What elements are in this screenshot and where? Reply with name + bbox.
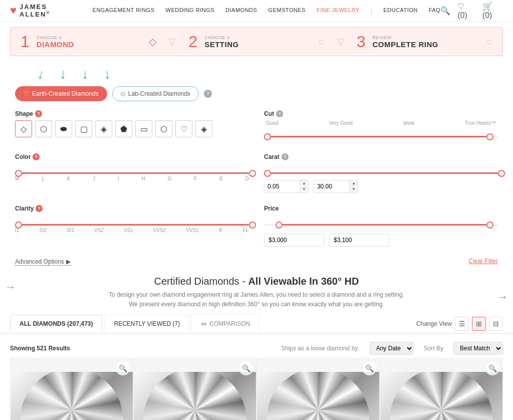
clarity-help-icon[interactable]: ?: [36, 205, 43, 212]
shape-heart[interactable]: ♡: [175, 120, 192, 137]
lab-diamond-btn[interactable]: ◇ Lab-Created Diamonds: [112, 86, 199, 101]
view-list-btn[interactable]: ☰: [455, 317, 469, 331]
nav-links: ENGAGEMENT RINGS WEDDING RINGS DIAMONDS …: [93, 7, 441, 15]
carat-max-down[interactable]: ▼: [350, 186, 358, 192]
nav-link-gemstones[interactable]: GEMSTONES: [268, 7, 306, 15]
step-2-setting[interactable]: 2 CHOOSE A SETTING ○: [178, 28, 334, 56]
shape-marquise[interactable]: ⬡: [155, 120, 172, 137]
diamond-illustration-3: [257, 372, 379, 420]
diamond-type-help-icon[interactable]: ?: [204, 90, 212, 98]
step-3-labels: REVIEW COMPLETE RING: [372, 35, 438, 49]
diamond-illustration-2: [134, 372, 256, 420]
ships-select[interactable]: Any Date: [370, 342, 414, 355]
logo[interactable]: ♥ JAMES ALLEN®: [10, 3, 78, 18]
step-1-number: 1: [21, 34, 30, 50]
main-heading-area: → → Certified Diamonds - All Viewable In…: [0, 276, 513, 309]
change-view: Change View ☰ ⊞ ⊟: [416, 317, 503, 331]
nav-link-faq[interactable]: FAQ: [429, 7, 441, 15]
earth-diamond-btn[interactable]: ♡ Earth-Created Diamonds: [15, 86, 107, 101]
filter-area: ↓ ↓ ↓ ↓ ♡ Earth-Created Diamonds ◇ Lab-C…: [0, 61, 513, 266]
price-slider[interactable]: [264, 215, 498, 230]
carat-filter: Carat ? ▲ ▼: [264, 153, 498, 193]
step-1-main: DIAMOND: [37, 40, 74, 49]
step-2-sub: CHOOSE A: [204, 35, 239, 40]
carat-max-input[interactable]: [314, 181, 349, 192]
tab-recently-viewed[interactable]: RECENTLY VIEWED (7): [104, 315, 189, 332]
shape-row: ◇ ⬡ ⬬ ▢ ◈ ⬟ ▭ ⬡ ♡ ◈: [15, 120, 249, 137]
carat-min-up[interactable]: ▲: [300, 180, 308, 186]
step-1-diamond-icon: ◇: [149, 36, 156, 48]
step-arrow-1: ▽: [169, 36, 176, 47]
annotation-arrow-4: ↓: [103, 66, 112, 82]
step-2-labels: CHOOSE A SETTING: [204, 35, 239, 49]
price-min-input[interactable]: [264, 234, 324, 247]
shape-emerald[interactable]: ▭: [135, 120, 152, 137]
tab-all-diamonds[interactable]: ALL DIAMONDS (207,473): [10, 315, 102, 332]
advanced-options-link[interactable]: Advanced Options ▶: [15, 258, 71, 266]
carat-help-icon[interactable]: ?: [282, 153, 289, 160]
shape-round[interactable]: ◇: [15, 120, 32, 137]
tab-comparison[interactable]: ⇔ COMPARISON: [191, 314, 260, 333]
color-slider[interactable]: MLKJI HGFED: [15, 163, 249, 183]
cut-filter: Cut ? Good Very Good Ideal True Hearts™: [264, 110, 498, 141]
nav-divider: |: [371, 7, 372, 15]
price-max-input[interactable]: [329, 234, 389, 247]
diamond-illustration-4: [380, 372, 502, 420]
nav-icons: 🔍 ♡ (0) 🛒 (0): [440, 2, 503, 20]
carat-min-input-wrap: ▲ ▼: [264, 180, 309, 193]
carat-max-stepper: ▲ ▼: [349, 180, 358, 192]
clear-filter-link[interactable]: Clear Filter: [468, 258, 498, 265]
nav-link-engagement[interactable]: ENGAGEMENT RINGS: [93, 7, 155, 15]
nav-link-fine-jewelry[interactable]: FINE JEWELRY: [317, 7, 360, 15]
price-filter: Price: [264, 205, 498, 247]
price-inputs: [264, 234, 498, 247]
ships-label: Ships as a loose diamond by:: [281, 345, 360, 352]
sort-select[interactable]: Best Match: [453, 342, 503, 355]
nav-link-diamonds[interactable]: DIAMONDS: [225, 7, 257, 15]
diamond-card-1: 360° 🔍 ♡ 0.70 Carat G VVS2 Excellent Cut…: [10, 358, 133, 420]
color-help-icon[interactable]: ?: [33, 153, 40, 160]
search-icon[interactable]: 🔍: [440, 6, 450, 16]
diamond-img-1: 360° 🔍 ♡: [11, 358, 133, 420]
shape-oval[interactable]: ⬬: [55, 120, 72, 137]
step-3-number: 3: [357, 34, 366, 50]
diamond-outline-icon: ◇: [121, 90, 125, 97]
carat-min-input[interactable]: [265, 181, 300, 192]
step-1-diamond[interactable]: 1 CHOOSE A DIAMOND ◇: [11, 28, 166, 56]
nav-link-wedding[interactable]: WEDDING RINGS: [166, 7, 215, 15]
cart-icon[interactable]: 🛒 (0): [482, 2, 503, 20]
shape-cushion[interactable]: ⬡: [35, 120, 52, 137]
shape-radiant[interactable]: ◈: [95, 120, 112, 137]
steps-bar: 1 CHOOSE A DIAMOND ◇ ▽ 2 CHOOSE A SETTIN…: [10, 27, 503, 56]
diamond-card-2: 360° 🔍 ♡ 0.74 Carat G IF Excellent Cut R…: [133, 358, 256, 420]
shape-pear[interactable]: ◈: [195, 120, 212, 137]
logo-text: JAMES ALLEN®: [20, 3, 78, 18]
diamond-card-4: 360° 🔍 ♡ 0.60 Carat F VVS1 Excellent Cut…: [380, 358, 503, 420]
cut-label: Cut ?: [264, 110, 498, 117]
step-1-labels: CHOOSE A DIAMOND: [37, 35, 74, 49]
cut-slider[interactable]: [264, 127, 498, 141]
carat-slider[interactable]: [264, 163, 498, 178]
view-grid-btn[interactable]: ⊞: [472, 317, 486, 331]
heading-subtext: To design your own diamond engagement ri…: [0, 290, 513, 309]
color-label: Color ?: [15, 153, 249, 160]
step-3-main: COMPLETE RING: [372, 40, 438, 49]
shape-asscher[interactable]: ⬟: [115, 120, 132, 137]
view-detail-btn[interactable]: ⊟: [489, 317, 503, 331]
carat-max-up[interactable]: ▲: [350, 180, 358, 186]
nav-link-education[interactable]: EDUCATION: [383, 7, 417, 15]
comparison-icon: ⇔: [201, 320, 207, 328]
heart-outline-icon: ♡: [24, 90, 29, 97]
shape-help-icon[interactable]: ?: [35, 110, 42, 117]
advanced-options-row: Advanced Options ▶ Clear Filter: [15, 258, 498, 266]
shape-princess[interactable]: ▢: [75, 120, 92, 137]
shape-label: Shape ?: [15, 110, 249, 117]
clarity-slider[interactable]: I1SI2SI1VS2VS1 VVS2VVS1IFFL: [15, 215, 249, 235]
wishlist-icon[interactable]: ♡ (0): [457, 2, 475, 20]
step-3-complete[interactable]: 3 REVIEW COMPLETE RING ○: [347, 28, 502, 56]
diamond-card-3: 360° 🔍 ♡ 0.70 Carat E VVS1 Excellent Cut…: [256, 358, 380, 420]
carat-min-down[interactable]: ▼: [300, 186, 308, 192]
showing-results: Showing 521 Results: [10, 345, 70, 352]
cut-help-icon[interactable]: ?: [276, 110, 283, 117]
annotation-left-arrow: →: [497, 291, 508, 304]
